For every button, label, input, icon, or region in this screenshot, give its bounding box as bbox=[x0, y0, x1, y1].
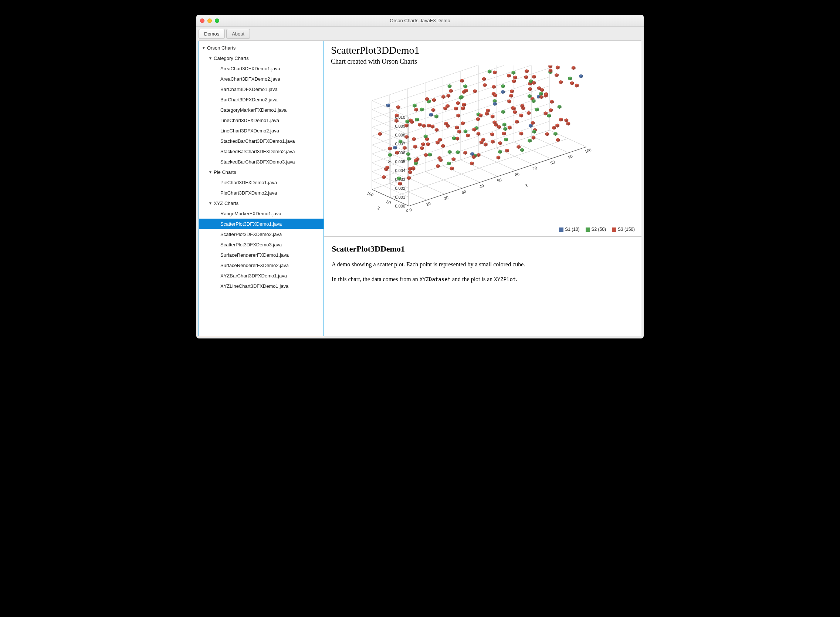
svg-text:Y: Y bbox=[388, 160, 392, 163]
disclosure-triangle-icon[interactable]: ▼ bbox=[208, 201, 213, 205]
svg-text:0.004: 0.004 bbox=[395, 168, 405, 173]
chart-title: ScatterPlot3DDemo1 bbox=[331, 44, 635, 56]
tree-label: PieChart3DFXDemo1.java bbox=[220, 180, 277, 185]
svg-text:50: 50 bbox=[497, 177, 503, 183]
tree-label: AreaChart3DFXDemo1.java bbox=[220, 66, 280, 71]
svg-text:50: 50 bbox=[386, 199, 392, 205]
content-area: ▼Orson Charts▼Category ChartsAreaChart3D… bbox=[199, 40, 641, 336]
tree-label: Orson Charts bbox=[206, 45, 236, 51]
tree-label: ScatterPlot3DFXDemo3.java bbox=[220, 242, 282, 248]
description-text: and the plot is an bbox=[451, 276, 494, 282]
scatter-3d-plot[interactable]: 01020304050607080901000501000.0000.0010.… bbox=[335, 65, 631, 221]
legend-swatch-icon bbox=[612, 227, 616, 232]
tree-item[interactable]: ScatterPlot3DFXDemo3.java bbox=[199, 239, 324, 250]
code-xyzplot: XYZPlot bbox=[494, 276, 516, 282]
window-title: Orson Charts JavaFX Demo bbox=[196, 18, 644, 23]
svg-text:Z: Z bbox=[377, 206, 380, 211]
chart-legend: S1 (10)S2 (50)S3 (150) bbox=[559, 227, 635, 232]
tree-item[interactable]: ScatterPlot3DFXDemo2.java bbox=[199, 229, 324, 239]
description-pane: ScatterPlot3DDemo1 A demo showing a scat… bbox=[324, 237, 641, 336]
description-text: In this chart, the data comes from an bbox=[332, 276, 420, 282]
tree-item[interactable]: AreaChart3DFXDemo2.java bbox=[199, 74, 324, 84]
svg-text:0.009: 0.009 bbox=[395, 124, 405, 128]
tree-label: Pie Charts bbox=[213, 170, 236, 175]
tree-item[interactable]: PieChart3DFXDemo2.java bbox=[199, 187, 324, 198]
disclosure-triangle-icon[interactable]: ▼ bbox=[208, 56, 213, 60]
tree-item[interactable]: XYZBarChart3DFXDemo1.java bbox=[199, 270, 324, 281]
tree-label: XYZLineChart3DFXDemo1.java bbox=[220, 283, 288, 289]
svg-text:0.005: 0.005 bbox=[395, 159, 405, 164]
tree-label: BarChart3DFXDemo1.java bbox=[220, 87, 278, 92]
tree-item[interactable]: LineChart3DFXDemo1.java bbox=[199, 115, 324, 125]
tree-label: PieChart3DFXDemo2.java bbox=[220, 190, 277, 196]
svg-text:60: 60 bbox=[514, 172, 520, 177]
tree-label: Category Charts bbox=[213, 56, 249, 61]
tree-item[interactable]: RangeMarkerFXDemo1.java bbox=[199, 208, 324, 218]
tree-label: CategoryMarkerFXDemo1.java bbox=[220, 107, 286, 113]
tree-label: RangeMarkerFXDemo1.java bbox=[220, 211, 281, 216]
tree-item[interactable]: AreaChart3DFXDemo1.java bbox=[199, 63, 324, 74]
disclosure-triangle-icon[interactable]: ▼ bbox=[201, 46, 206, 50]
svg-text:0.001: 0.001 bbox=[395, 195, 405, 199]
svg-text:0.008: 0.008 bbox=[395, 133, 405, 137]
description-text: . bbox=[516, 276, 517, 282]
svg-text:90: 90 bbox=[567, 154, 573, 159]
tree-item[interactable]: CategoryMarkerFXDemo1.java bbox=[199, 105, 324, 115]
tree-group[interactable]: ▼Pie Charts bbox=[199, 167, 324, 177]
app-window: Orson Charts JavaFX Demo Demos About ▼Or… bbox=[196, 15, 644, 338]
titlebar: Orson Charts JavaFX Demo bbox=[196, 15, 644, 27]
tree-item[interactable]: SurfaceRendererFXDemo1.java bbox=[199, 250, 324, 260]
svg-text:0: 0 bbox=[405, 208, 409, 213]
tree-item[interactable]: StackedBarChart3DFXDemo2.java bbox=[199, 146, 324, 156]
svg-text:40: 40 bbox=[479, 183, 485, 189]
disclosure-triangle-icon[interactable]: ▼ bbox=[208, 170, 213, 174]
svg-text:0: 0 bbox=[409, 208, 413, 212]
chart-pane[interactable]: ScatterPlot3DDemo1 Chart created with Or… bbox=[324, 41, 641, 237]
tree-item[interactable]: StackedBarChart3DFXDemo1.java bbox=[199, 136, 324, 146]
main-pane: ScatterPlot3DDemo1 Chart created with Or… bbox=[324, 41, 641, 336]
tree-group[interactable]: ▼XYZ Charts bbox=[199, 198, 324, 208]
legend-item: S3 (150) bbox=[612, 227, 635, 232]
tree-label: XYZ Charts bbox=[213, 201, 239, 206]
svg-text:30: 30 bbox=[461, 189, 467, 195]
tree-label: AreaChart3DFXDemo2.java bbox=[220, 76, 280, 82]
code-xyzdataset: XYZDataset bbox=[420, 276, 451, 282]
svg-text:20: 20 bbox=[443, 195, 449, 201]
svg-text:80: 80 bbox=[550, 160, 556, 165]
svg-text:0.000: 0.000 bbox=[395, 204, 405, 208]
tree-label: XYZBarChart3DFXDemo1.java bbox=[220, 273, 287, 279]
tree-label: StackedBarChart3DFXDemo2.java bbox=[220, 149, 295, 154]
tree-item[interactable]: LineChart3DFXDemo2.java bbox=[199, 125, 324, 136]
tree-label: BarChart3DFXDemo2.java bbox=[220, 97, 278, 102]
chart-subtitle: Chart created with Orson Charts bbox=[331, 58, 635, 65]
svg-text:X: X bbox=[524, 183, 528, 188]
tree-item[interactable]: ScatterPlot3DFXDemo1.java bbox=[199, 218, 324, 229]
legend-swatch-icon bbox=[586, 227, 590, 232]
legend-item: S2 (50) bbox=[586, 227, 606, 232]
tree-label: StackedBarChart3DFXDemo3.java bbox=[220, 159, 295, 165]
svg-text:100: 100 bbox=[584, 147, 592, 154]
tree-item[interactable]: XYZLineChart3DFXDemo1.java bbox=[199, 281, 324, 291]
tree-label: ScatterPlot3DFXDemo1.java bbox=[220, 221, 282, 227]
svg-text:100: 100 bbox=[366, 190, 374, 197]
tab-about[interactable]: About bbox=[226, 29, 250, 39]
tree-item[interactable]: PieChart3DFXDemo1.java bbox=[199, 177, 324, 187]
tree-item[interactable]: SurfaceRendererFXDemo2.java bbox=[199, 260, 324, 270]
description-heading: ScatterPlot3DDemo1 bbox=[332, 243, 634, 255]
tree-label: SurfaceRendererFXDemo2.java bbox=[220, 263, 289, 268]
tree-label: ScatterPlot3DFXDemo2.java bbox=[220, 232, 282, 237]
svg-text:70: 70 bbox=[532, 166, 538, 171]
tab-demos[interactable]: Demos bbox=[199, 29, 225, 39]
tree-label: LineChart3DFXDemo2.java bbox=[220, 128, 279, 134]
tree-group[interactable]: ▼Category Charts bbox=[199, 53, 324, 63]
description-p2: In this chart, the data comes from an XY… bbox=[332, 275, 634, 284]
legend-swatch-icon bbox=[559, 227, 563, 232]
tree-item[interactable]: BarChart3DFXDemo2.java bbox=[199, 94, 324, 105]
tree-label: LineChart3DFXDemo1.java bbox=[220, 118, 279, 123]
demo-tree[interactable]: ▼Orson Charts▼Category ChartsAreaChart3D… bbox=[199, 41, 324, 336]
tree-item[interactable]: StackedBarChart3DFXDemo3.java bbox=[199, 156, 324, 167]
tree-group[interactable]: ▼Orson Charts bbox=[199, 43, 324, 53]
tab-bar: Demos About bbox=[196, 27, 644, 39]
tree-label: StackedBarChart3DFXDemo1.java bbox=[220, 138, 295, 144]
tree-item[interactable]: BarChart3DFXDemo1.java bbox=[199, 84, 324, 94]
